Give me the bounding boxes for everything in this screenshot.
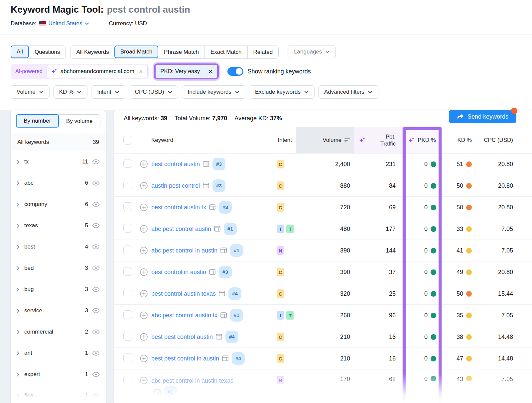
chevron-right-icon[interactable] (17, 181, 20, 185)
keyword-link[interactable]: best pest control in austin (151, 355, 219, 362)
sidebar-group-texas[interactable]: texas5 (11, 215, 106, 236)
column-header-volume[interactable]: Volume (296, 127, 354, 153)
filter-dropdown-intent[interactable]: Intent (91, 85, 125, 99)
clear-domain-icon[interactable]: ✕ (139, 68, 143, 75)
eye-icon[interactable] (92, 244, 100, 250)
keyword-link[interactable]: pest control in austin (151, 269, 206, 275)
scope-tab-all[interactable]: All (11, 46, 29, 58)
chevron-right-icon[interactable] (17, 202, 20, 207)
eye-icon[interactable] (92, 372, 100, 377)
add-keyword-icon[interactable] (140, 377, 148, 384)
keyword-link[interactable]: abc pest control in austin texas (151, 377, 233, 384)
chevron-right-icon[interactable] (17, 160, 20, 164)
add-keyword-icon[interactable] (140, 204, 148, 211)
serp-preview-icon[interactable] (209, 269, 215, 275)
sidebar-group-abc[interactable]: abc6 (11, 172, 106, 194)
match-tab-broad-match[interactable]: Broad Match (114, 46, 158, 58)
send-keywords-button[interactable]: Send keywords (449, 110, 516, 123)
serp-preview-icon[interactable] (220, 312, 227, 318)
serp-preview-icon[interactable] (203, 161, 209, 167)
show-ranking-keywords-toggle[interactable] (227, 67, 243, 76)
row-checkbox[interactable] (123, 310, 132, 319)
row-checkbox[interactable] (123, 376, 132, 384)
chevron-right-icon[interactable] (17, 330, 20, 334)
eye-icon[interactable] (92, 287, 100, 292)
chevron-right-icon[interactable] (17, 287, 20, 292)
filter-dropdown-cpc-usd[interactable]: CPC (USD) (129, 85, 178, 99)
filter-dropdown-exclude-keywords[interactable]: Exclude keywords (249, 85, 315, 99)
row-checkbox[interactable] (123, 289, 132, 297)
match-tab-phrase-match[interactable]: Phrase Match (158, 46, 204, 58)
sidebar-group-ant[interactable]: ant1 (11, 343, 106, 364)
column-header-intent[interactable]: Intent (271, 127, 296, 153)
eye-icon[interactable] (92, 265, 100, 271)
serp-preview-icon[interactable] (214, 226, 220, 232)
keyword-link[interactable]: best pest control austin (151, 334, 213, 340)
remove-pkd-filter-icon[interactable]: ✕ (204, 68, 217, 75)
sidebar-group-company[interactable]: company6 (11, 194, 106, 215)
domain-input[interactable]: abchomeandcommercial.com ✕ (47, 65, 147, 78)
eye-icon[interactable] (92, 180, 100, 186)
sidebar-group-service[interactable]: service3 (11, 300, 106, 321)
column-header-pot-traffic[interactable]: Pot. Traffic (354, 127, 402, 153)
chevron-right-icon[interactable] (17, 372, 20, 377)
match-tab-all-keywords[interactable]: All Keywords (70, 46, 114, 58)
scope-tab-questions[interactable]: Questions (29, 46, 66, 58)
keyword-link[interactable]: abc pest control in austin (151, 247, 217, 254)
serp-preview-icon[interactable] (219, 291, 225, 296)
chevron-right-icon[interactable] (17, 394, 20, 398)
serp-preview-icon[interactable] (209, 204, 215, 210)
eye-icon[interactable] (92, 393, 100, 398)
add-keyword-icon[interactable] (140, 247, 148, 254)
sidebar-tab-by-volume[interactable]: By volume (59, 115, 100, 128)
sidebar-group-flea[interactable]: flea1 (11, 385, 106, 403)
add-keyword-icon[interactable] (140, 225, 148, 233)
eye-icon[interactable] (92, 308, 100, 313)
eye-icon[interactable] (92, 202, 100, 207)
match-tab-related[interactable]: Related (247, 46, 279, 58)
sidebar-group-bed[interactable]: bed3 (11, 257, 106, 279)
filter-dropdown-advanced-filters[interactable]: Advanced filters (318, 85, 378, 99)
sidebar-tab-by-number[interactable]: By number (16, 114, 59, 128)
chevron-right-icon[interactable] (17, 224, 20, 228)
row-checkbox[interactable] (123, 353, 132, 362)
filter-dropdown-volume[interactable]: Volume (11, 85, 50, 99)
add-keyword-icon[interactable] (140, 355, 148, 362)
sidebar-group-best[interactable]: best4 (11, 236, 106, 257)
row-checkbox[interactable] (123, 267, 132, 276)
sidebar-group-bug[interactable]: bug3 (11, 279, 106, 300)
serp-preview-icon[interactable] (216, 334, 222, 340)
match-tab-exact-match[interactable]: Exact Match (204, 46, 247, 58)
column-header-pkd[interactable]: PKD % (402, 127, 442, 153)
row-checkbox[interactable] (123, 332, 132, 341)
keyword-link[interactable]: pest control austin texas (151, 290, 216, 297)
eye-icon[interactable] (92, 223, 100, 228)
add-keyword-icon[interactable] (140, 182, 148, 190)
keyword-link[interactable]: abc pest control austin (151, 226, 211, 232)
keyword-link[interactable]: pest control austin tx (151, 204, 206, 211)
eye-icon[interactable] (92, 329, 100, 335)
row-checkbox[interactable] (123, 246, 132, 254)
add-keyword-icon[interactable] (140, 160, 148, 168)
chevron-right-icon[interactable] (17, 351, 20, 355)
column-header-kd[interactable]: KD % (442, 127, 476, 153)
row-checkbox[interactable] (123, 224, 132, 233)
eye-icon[interactable] (92, 159, 100, 164)
eye-icon[interactable] (92, 351, 100, 356)
serp-preview-icon[interactable] (203, 183, 209, 188)
select-all-checkbox[interactable] (123, 136, 132, 145)
keyword-link[interactable]: pest control austin (151, 161, 200, 167)
chevron-right-icon[interactable] (17, 266, 20, 270)
serp-preview-icon[interactable] (154, 389, 161, 395)
sidebar-group-expert[interactable]: expert1 (11, 364, 106, 385)
serp-preview-icon[interactable] (220, 248, 227, 253)
add-keyword-icon[interactable] (140, 312, 148, 319)
sidebar-group-commercial[interactable]: commercial2 (11, 321, 106, 343)
serp-preview-icon[interactable] (222, 355, 228, 361)
add-keyword-icon[interactable] (140, 268, 148, 276)
chevron-right-icon[interactable] (17, 245, 20, 249)
languages-button[interactable]: Languages (288, 46, 336, 58)
sidebar-group-tx[interactable]: tx11 (11, 151, 106, 172)
database-select[interactable]: United States (39, 20, 89, 27)
filter-dropdown-kd[interactable]: KD % (53, 85, 87, 99)
